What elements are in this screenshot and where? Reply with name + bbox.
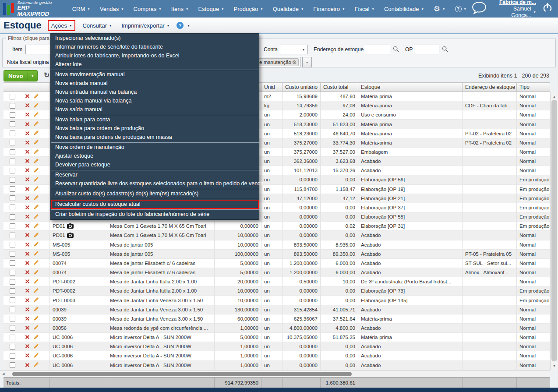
edit-row-icon[interactable] [33,167,39,174]
nav-item-itens[interactable]: Itens▼ [166,0,194,18]
menu-item[interactable]: Nova movimentação manual [51,71,259,79]
row-checkbox[interactable] [10,159,15,164]
row-checkbox[interactable] [10,242,15,247]
delete-row-icon[interactable] [25,131,29,136]
menu-item[interactable]: Inspecionar selecionado(s) [51,34,259,43]
menu-item[interactable]: Criar boletim de inspeção do lote do fab… [51,210,259,219]
edit-row-icon[interactable] [33,112,39,118]
delete-row-icon[interactable] [25,325,29,331]
page-help-icon[interactable]: ? [177,22,184,29]
delete-row-icon[interactable] [25,223,29,229]
delete-row-icon[interactable] [25,149,29,155]
horizontal-scrollbar[interactable]: ◀ [0,370,550,377]
menu-item[interactable]: Nova baixa para conta [51,116,259,124]
vertical-scroll-thumb[interactable] [551,100,557,361]
row-checkbox[interactable] [10,353,15,359]
delete-row-icon[interactable] [25,214,29,219]
logout-power-icon[interactable] [542,3,553,15]
delete-row-icon[interactable] [25,140,29,145]
menu-item[interactable]: Nova entrada manual via balança [51,88,259,97]
delete-row-icon[interactable] [25,335,29,340]
menu-item[interactable]: Atualizar custo do(s) cadastro(s) do(s) … [51,190,259,198]
column-header[interactable]: Estoque [358,83,463,92]
row-checkbox[interactable] [10,335,15,340]
menu-item[interactable]: Informar números de série/lote do fabric… [51,43,259,52]
column-header[interactable]: Tipo [517,83,550,92]
edit-row-icon[interactable] [33,343,39,350]
conta-filter-select[interactable]: ▼ [280,45,308,54]
edit-row-icon[interactable] [33,279,39,285]
column-header[interactable] [20,83,50,92]
row-checkbox[interactable] [10,362,15,368]
delete-row-icon[interactable] [25,196,29,201]
edit-row-icon[interactable] [33,186,39,192]
delete-row-icon[interactable] [25,316,29,321]
table-row[interactable]: 00039Mesa de Jantar Linha Veneza 3.00 x … [4,305,550,314]
menu-item[interactable]: Ajustar estoque [51,152,259,161]
nav-item-qualidade[interactable]: Qualidade▼ [268,0,309,18]
delete-row-icon[interactable] [25,270,29,275]
table-row[interactable]: UC-0006Micro inversor Delta A - SUN 2000… [4,361,550,370]
delete-row-icon[interactable] [25,159,29,164]
row-checkbox[interactable] [10,223,15,229]
row-checkbox[interactable] [10,316,15,321]
edit-row-icon[interactable] [33,251,39,257]
row-checkbox[interactable] [10,297,15,303]
camera-icon[interactable] [67,223,74,229]
edit-row-icon[interactable] [33,288,39,294]
table-row[interactable]: 00074Mesa de jantar Elisabeth c/ 6 cadei… [4,268,550,277]
delete-row-icon[interactable] [25,363,29,368]
settings-menu[interactable]: ⚙ ▼ [429,0,450,18]
row-checkbox[interactable] [10,103,15,109]
edit-row-icon[interactable] [33,353,39,359]
nav-item-vendas[interactable]: Vendas▼ [95,0,129,18]
row-checkbox[interactable] [10,325,15,331]
menu-item[interactable]: Devolver para estoque [51,161,259,170]
scroll-up-icon[interactable]: ▲ [551,93,558,100]
search-icon[interactable] [442,46,448,52]
column-header[interactable] [4,83,20,92]
menu-item[interactable]: Nova saída manual via balança [51,97,259,106]
edit-row-icon[interactable] [33,362,39,368]
row-checkbox[interactable] [10,270,15,275]
row-checkbox[interactable] [10,112,15,118]
user-menu[interactable]: Samuel Gonça... ▼ [493,6,536,19]
nav-item-fiscal[interactable]: Fiscal▼ [350,0,379,18]
nav-item-crm[interactable]: CRM▼ [67,0,95,18]
nav-item-financeiro[interactable]: Financeiro▼ [308,0,350,18]
column-header[interactable]: Custo unitário [283,83,321,92]
consultar-menu-button[interactable]: Consultar ▼ [80,21,114,30]
edit-row-icon[interactable] [33,149,39,155]
filters-legend[interactable]: Filtros (clique para [6,35,51,41]
edit-row-icon[interactable] [33,214,39,220]
delete-row-icon[interactable] [25,94,29,99]
endereco-filter-input[interactable] [365,45,390,54]
table-row[interactable]: PDT-0002Mesa de Jantar Linha Itália 2.00… [4,277,550,286]
edit-row-icon[interactable] [33,334,39,341]
row-checkbox[interactable] [10,131,15,136]
edit-row-icon[interactable] [33,121,39,127]
row-checkbox[interactable] [10,168,15,173]
delete-row-icon[interactable] [25,261,29,266]
imprimir-exportar-menu-button[interactable]: Imprimir/exportar ▼ [119,21,172,30]
edit-row-icon[interactable] [33,241,39,248]
delete-row-icon[interactable] [25,233,29,238]
delete-row-icon[interactable] [25,103,29,108]
table-row[interactable]: 00039Mesa de Jantar Linha Veneza 3.00 x … [4,314,550,324]
row-checkbox[interactable] [10,205,15,210]
scroll-left-icon[interactable]: ◀ [2,372,4,376]
edit-row-icon[interactable] [33,325,39,331]
row-checkbox[interactable] [10,214,15,220]
vertical-scrollbar[interactable]: ▲ ▼ [550,92,558,370]
table-row[interactable]: 00056Mesa redonda de ypê com circunferên… [4,324,550,333]
edit-row-icon[interactable] [33,139,39,146]
delete-row-icon[interactable] [25,251,29,257]
delete-row-icon[interactable] [25,353,29,358]
menu-item[interactable]: Nova ordem de manutenção [51,143,259,152]
menu-item[interactable]: Nova baixa para ordem de produção [51,124,259,133]
multiselect-dropdown-button[interactable]: ▼ [302,57,312,67]
row-checkbox[interactable] [10,307,15,312]
menu-item[interactable]: Nova saída manual [51,106,259,114]
op-filter-input[interactable] [414,45,439,54]
table-row[interactable]: UC-0006Micro inversor Delta A - SUN 2000… [4,333,550,342]
